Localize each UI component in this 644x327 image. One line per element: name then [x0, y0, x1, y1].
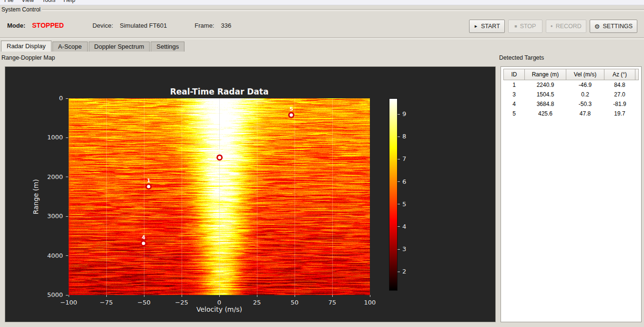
groupbox-divider [42, 9, 644, 11]
device-value: Simulated FT601 [120, 22, 167, 29]
y-tick-label: 1000 [40, 134, 63, 141]
detected-targets-table: ID Range (m) Vel (m/s) Az (°) 1 2240.9 -… [503, 69, 639, 118]
colorbar [389, 98, 398, 291]
x-tick-label: −75 [94, 299, 118, 306]
start-button-label: START [481, 23, 500, 30]
control-bar-separator [0, 37, 644, 39]
column-header-id[interactable]: ID [504, 69, 525, 80]
x-tick-mark [295, 295, 295, 297]
cell-vel: -46.9 [566, 80, 604, 90]
mode-label: Mode: [7, 22, 25, 29]
menu-help[interactable]: Help [63, 0, 75, 3]
range-doppler-plot-panel: Real-Time Radar Data Velocity (m/s) Rang… [5, 66, 496, 322]
menu-file[interactable]: File [4, 0, 13, 3]
settings-button[interactable]: ⚙ SETTINGS [590, 20, 637, 33]
record-icon: ● [551, 24, 553, 28]
x-tick-mark [332, 295, 333, 297]
cell-az: 27.0 [604, 90, 635, 99]
x-tick-label: −50 [132, 299, 156, 306]
cell-range: 425.6 [525, 109, 566, 118]
tab-settings[interactable]: Settings [151, 42, 184, 52]
y-tick-mark [66, 98, 68, 99]
y-axis-label: Range (m) [32, 149, 40, 244]
gear-icon: ⚙ [594, 23, 600, 30]
frame-value: 336 [221, 22, 231, 29]
x-tick-label: 75 [320, 299, 344, 306]
x-tick-mark [219, 295, 220, 297]
y-tick-label: 0 [40, 95, 63, 102]
cell-range: 3684.8 [525, 99, 566, 109]
x-tick-mark [144, 295, 144, 297]
menu-bar: File View Tools Help [0, 0, 644, 5]
record-button[interactable]: ● RECORD [546, 20, 586, 33]
cell-az: 84.8 [604, 80, 635, 90]
x-axis-label: Velocity (m/s) [69, 306, 370, 313]
cell-vel: -50.3 [566, 99, 604, 109]
colorbar-tick-label: 8 [402, 133, 414, 140]
menu-view[interactable]: View [21, 0, 34, 3]
menu-tools[interactable]: Tools [42, 0, 55, 3]
y-tick-label: 5000 [40, 291, 63, 298]
column-header-range[interactable]: Range (m) [525, 69, 566, 80]
y-tick-mark [66, 216, 68, 217]
x-tick-mark [370, 295, 370, 297]
x-tick-mark [69, 295, 69, 297]
cell-id: 1 [504, 80, 525, 90]
colorbar-tick-label: 3 [402, 245, 414, 253]
colorbar-tick-mark [398, 114, 400, 115]
tab-a-scope[interactable]: A-Scope [52, 42, 88, 52]
cell-range: 2240.9 [525, 80, 566, 90]
plot-title: Real-Time Radar Data [69, 87, 370, 96]
y-tick-mark [66, 255, 68, 256]
column-header-filler [635, 69, 639, 80]
cell-vel: 0.2 [566, 90, 604, 99]
tab-bar: Radar Display A-Scope Doppler Spectrum S… [1, 41, 185, 52]
cell-id: 3 [504, 90, 525, 99]
settings-button-label: SETTINGS [603, 23, 633, 30]
x-tick-label: 100 [358, 299, 382, 306]
target-row[interactable]: 4 3684.8 -50.3 -81.9 [504, 99, 639, 109]
x-tick-mark [182, 295, 182, 297]
colorbar-tick-label: 5 [402, 200, 414, 208]
y-tick-mark [66, 137, 68, 138]
colorbar-tick-mark [398, 226, 400, 227]
start-button[interactable]: ► START [469, 20, 505, 33]
y-tick-label: 2000 [40, 173, 63, 180]
x-tick-label: −100 [57, 299, 81, 306]
column-header-vel[interactable]: Vel (m/s) [566, 69, 604, 80]
x-tick-label: 25 [245, 299, 269, 306]
stop-button-label: STOP [520, 23, 536, 30]
system-control-group-label: System Control [1, 6, 41, 13]
colorbar-tick-mark [398, 272, 400, 272]
x-tick-label: −25 [170, 299, 194, 306]
detected-targets-label: Detected Targets [499, 54, 544, 61]
play-icon: ► [474, 24, 478, 29]
x-tick-label: 50 [283, 299, 307, 306]
colorbar-tick-mark [398, 137, 400, 137]
x-tick-mark [106, 295, 107, 297]
range-doppler-map-label: Range-Doppler Map [1, 54, 55, 61]
stop-icon: ■ [514, 24, 517, 29]
y-tick-mark [66, 177, 68, 177]
target-row[interactable]: 1 2240.9 -46.9 84.8 [504, 80, 639, 90]
device-label: Device: [92, 22, 113, 29]
cell-id: 5 [504, 109, 525, 118]
tab-doppler-spectrum[interactable]: Doppler Spectrum [89, 42, 150, 52]
colorbar-tick-label: 7 [402, 155, 414, 162]
target-row[interactable]: 3 1504.5 0.2 27.0 [504, 90, 639, 99]
y-tick-mark [66, 295, 68, 295]
colorbar-tick-label: 4 [402, 223, 414, 230]
x-tick-label: 0 [207, 299, 231, 306]
target-row[interactable]: 5 425.6 47.8 19.7 [504, 109, 639, 118]
stop-button[interactable]: ■ STOP [508, 20, 542, 33]
toolbar-buttons: ► START ■ STOP ● RECORD ⚙ SETTINGS [469, 20, 637, 33]
column-header-az[interactable]: Az (°) [604, 69, 635, 80]
y-tick-label: 4000 [40, 252, 63, 259]
colorbar-tick-label: 6 [402, 178, 414, 185]
x-tick-mark [257, 295, 257, 297]
mode-value: STOPPED [32, 21, 64, 29]
y-tick-label: 3000 [40, 212, 63, 220]
cell-vel: 47.8 [566, 109, 604, 118]
tab-radar-display[interactable]: Radar Display [1, 41, 51, 52]
colorbar-tick-mark [398, 249, 400, 250]
